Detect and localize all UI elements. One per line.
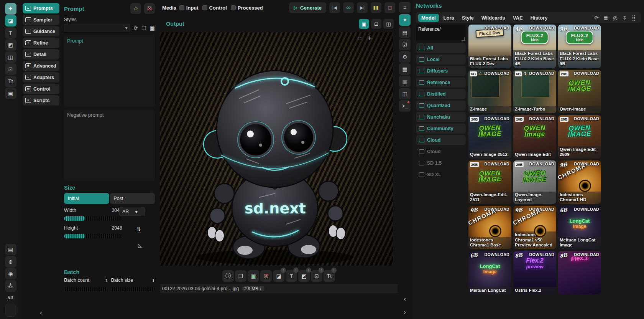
sort-icon[interactable]: ⇕ xyxy=(623,15,627,21)
tab-adapters[interactable]: ▪ Adapters xyxy=(23,72,59,83)
send-to-image-button[interactable]: ◪ ↑ xyxy=(273,270,284,282)
size-tab-post[interactable]: Post xyxy=(110,193,155,204)
model-card-flux2-dev[interactable]: Flux.2 Dev DOWNLOAD Black Forest Labs FL… xyxy=(468,25,511,68)
model-card-flux2-klein-9b[interactable]: FLUX.2klein 9B DOWNLOAD Black Forest Lab… xyxy=(558,25,601,68)
grid-view-icon[interactable]: ⣿ xyxy=(632,15,636,21)
batch-size-slider[interactable] xyxy=(111,287,155,291)
expand-panel-icon[interactable]: › xyxy=(404,308,406,316)
download-button[interactable]: DOWNLOAD xyxy=(529,252,554,257)
net-tab-style[interactable]: Style xyxy=(459,14,477,22)
collapse-left-panel-button[interactable]: ‹ xyxy=(40,309,42,317)
strip-docs[interactable]: ◫ xyxy=(399,88,411,99)
tab-guidance[interactable]: ↑ Guidance xyxy=(23,26,59,36)
clear-prompt-button[interactable]: ☒ xyxy=(144,3,155,14)
media-checkbox[interactable]: Processed xyxy=(231,5,263,11)
prompt-textarea[interactable]: Prompt xyxy=(64,35,155,107)
net-tab-model[interactable]: Model xyxy=(418,14,439,22)
model-card-flux2-klein-4b[interactable]: FLUX.2klein 4B DOWNLOAD Black Forest Lab… xyxy=(513,25,556,68)
height-value[interactable]: 2048 xyxy=(112,225,122,231)
view-gallery-button[interactable]: ▣ xyxy=(359,19,369,29)
download-button[interactable]: DOWNLOAD xyxy=(485,162,509,166)
category-sd15[interactable]: SD 1.5 xyxy=(416,158,466,168)
send-to-caption-button[interactable]: Tt ↑ xyxy=(324,270,335,282)
download-button[interactable]: DOWNLOAD xyxy=(485,252,509,257)
networks-search-input[interactable]: Reference/ xyxy=(416,25,466,41)
strip-video[interactable]: ▤ xyxy=(399,26,411,38)
tab-advanced[interactable]: ✱ Advanced xyxy=(23,61,59,71)
skip-forward-button[interactable]: ▶| xyxy=(357,2,368,13)
batch-count-slider[interactable] xyxy=(64,287,108,291)
skip-back-button[interactable]: |◀ xyxy=(329,2,340,13)
checkbox-icon[interactable] xyxy=(202,5,207,10)
tab-control[interactable]: ▭ Control xyxy=(23,84,59,94)
media-checkbox[interactable]: Input xyxy=(179,5,199,11)
community-link[interactable]: ⁂ xyxy=(5,280,16,292)
github-link[interactable]: ⊚ xyxy=(5,256,16,268)
metadata-icon[interactable]: ≣ xyxy=(604,15,608,21)
strip-settings-list[interactable]: ≡ xyxy=(399,2,411,13)
nav-font[interactable]: Tt xyxy=(5,76,16,87)
net-tab-lora[interactable]: Lora xyxy=(440,14,457,22)
download-button[interactable]: DOWNLOAD xyxy=(485,26,509,30)
image-pan-icon[interactable]: ✛ xyxy=(368,35,372,41)
category-nunchaku[interactable]: Nunchaku xyxy=(416,112,466,122)
model-card-longcat-2[interactable]: LongCatImage 6B DOWNLOAD Meituan LongCat xyxy=(468,251,511,294)
nav-image[interactable]: ◪ xyxy=(5,15,16,26)
category-local[interactable]: Local xyxy=(416,55,466,64)
model-card-qwen-image-layered[interactable]: QWENIMAGE 20B DOWNLOAD Qwen-Image-Layere… xyxy=(513,160,556,204)
download-button[interactable]: DOWNLOAD xyxy=(574,252,599,257)
height-slider[interactable] xyxy=(64,234,122,238)
model-card-qwen-image-edit-2511[interactable]: QWENIMAGE 20B DOWNLOAD Qwen-Image-Edit-2… xyxy=(468,160,511,204)
model-card-qwen-image[interactable]: QWENIMAGE 20B DOWNLOAD Qwen-Image xyxy=(558,70,601,113)
loop-forever-button[interactable]: ∞ xyxy=(343,2,354,13)
model-card-qwen-image-edit-2509[interactable]: QWENIMAGE 20B DOWNLOAD Qwen-Image-Edit-2… xyxy=(558,115,601,159)
send-to-text-button[interactable]: T ↑ xyxy=(286,270,297,282)
category-diffusers[interactable]: Diffusers xyxy=(416,66,466,76)
model-card-qwen-image-edit[interactable]: QWENImage 20B DOWNLOAD Qwen-Image-Edit xyxy=(513,115,556,159)
apply-style-button[interactable]: ✩ xyxy=(130,3,141,14)
file-size-badge[interactable]: 2.9 MB ↓ xyxy=(242,286,264,291)
download-button[interactable]: DOWNLOAD xyxy=(485,207,509,212)
model-card-chroma1-v50[interactable]: CHROMA 9B DOWNLOAD lodestones Chroma1 v5… xyxy=(513,206,556,249)
model-card-ostris-flex2[interactable]: Flex.2preview 8B DOWNLOAD Ostris Flex.2 xyxy=(513,251,556,294)
docs-link[interactable]: ▤ xyxy=(5,244,16,255)
negative-prompt-textarea[interactable]: Negative prompt xyxy=(64,109,155,181)
nav-resize[interactable]: ⊡ xyxy=(5,63,16,75)
download-button[interactable]: DOWNLOAD xyxy=(529,207,554,212)
strip-system[interactable]: ▦ xyxy=(399,63,411,75)
styles-dropdown[interactable]: ▾ xyxy=(64,24,130,32)
net-tab-history[interactable]: History xyxy=(527,14,551,22)
net-tab-wildcards[interactable]: Wildcards xyxy=(478,14,508,22)
model-card-longcat-image[interactable]: LongCatImage 6B DOWNLOAD Meituan LongCat… xyxy=(558,206,601,249)
send-to-gallery-button[interactable]: ◩ ↑ xyxy=(298,270,310,282)
download-button[interactable]: DOWNLOAD xyxy=(485,116,509,121)
output-filename[interactable]: 00122-2026-03-04-gemini-3-pro-...jpg xyxy=(162,286,239,291)
download-button[interactable]: DOWNLOAD xyxy=(574,162,599,166)
size-tab-initial[interactable]: Initial xyxy=(64,193,109,204)
model-card-flex1[interactable]: Flex.1 8B DOWNLOAD xyxy=(558,251,601,294)
download-button[interactable]: DOWNLOAD xyxy=(485,71,509,76)
model-card-qwen-image-2512[interactable]: QWENIMAGE 20B DOWNLOAD Qwen-Image-2512 xyxy=(468,115,511,159)
tab-sampler[interactable]: ⋯ Sampler xyxy=(23,15,59,25)
save-styles-button[interactable]: ▣ xyxy=(150,25,155,31)
collapse-panel-icon[interactable]: ‹ xyxy=(404,295,406,303)
batch-count-value[interactable]: 1 xyxy=(105,278,108,283)
nav-gallery[interactable]: ◩ xyxy=(5,39,16,51)
strip-settings[interactable]: ⚙ xyxy=(399,51,411,63)
ruler-button[interactable]: ◺ xyxy=(138,242,142,248)
save-image-button[interactable]: ▣ ↑ xyxy=(248,270,259,282)
refresh-networks-icon[interactable]: ⟳ xyxy=(594,15,598,21)
strip-library[interactable]: ▥ xyxy=(399,76,411,87)
output-image[interactable]: sd.next sd.next xyxy=(160,32,393,266)
swap-dimensions-button[interactable]: ⇅ xyxy=(136,226,141,232)
download-button[interactable]: DOWNLOAD xyxy=(574,71,599,76)
download-button[interactable]: DOWNLOAD xyxy=(529,116,554,121)
strip-networks[interactable]: ✦ xyxy=(399,14,411,26)
category-distilled[interactable]: Distilled xyxy=(416,89,466,99)
scan-icon[interactable]: ◎ xyxy=(613,15,618,21)
net-tab-vae[interactable]: VAE xyxy=(510,14,526,22)
download-button[interactable]: DOWNLOAD xyxy=(529,26,554,30)
discord-link[interactable]: ◉ xyxy=(5,268,16,279)
copy-styles-button[interactable]: ❐ xyxy=(141,25,146,31)
category-cloud-muted[interactable]: Cloud xyxy=(416,147,466,157)
